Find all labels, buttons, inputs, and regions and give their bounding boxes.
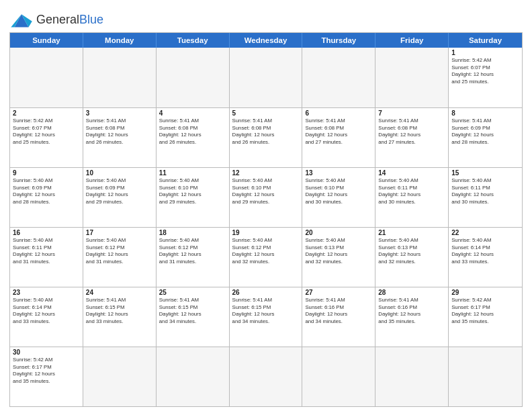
calendar-header-row: SundayMondayTuesdayWednesdayThursdayFrid…: [10, 33, 522, 48]
day-info: Sunrise: 5:41 AMSunset: 6:08 PMDaylight:…: [232, 118, 300, 146]
day-number: 30: [13, 349, 80, 356]
day-info: Sunrise: 5:41 AMSunset: 6:08 PMDaylight:…: [305, 118, 372, 146]
cal-cell-16: 16Sunrise: 5:40 AMSunset: 6:11 PMDayligh…: [10, 228, 83, 287]
day-info: Sunrise: 5:41 AMSunset: 6:08 PMDaylight:…: [378, 118, 445, 146]
page: GeneralBlue SundayMondayTuesdayWednesday…: [0, 0, 532, 411]
day-number: 7: [378, 109, 445, 117]
cal-cell-empty-5-2: [157, 347, 230, 406]
day-number: 15: [451, 169, 519, 177]
week-row-4: 23Sunrise: 5:40 AMSunset: 6:14 PMDayligh…: [10, 287, 522, 347]
cal-cell-2: 2Sunrise: 5:42 AMSunset: 6:07 PMDaylight…: [10, 108, 83, 167]
day-number: 4: [159, 109, 226, 117]
day-number: 2: [13, 109, 80, 117]
day-number: 10: [86, 169, 153, 177]
cal-cell-19: 19Sunrise: 5:40 AMSunset: 6:12 PMDayligh…: [230, 228, 303, 287]
day-number: 23: [13, 289, 80, 296]
day-info: Sunrise: 5:41 AMSunset: 6:09 PMDaylight:…: [451, 118, 519, 146]
cal-cell-11: 11Sunrise: 5:40 AMSunset: 6:10 PMDayligh…: [157, 168, 230, 227]
week-row-0: 1Sunrise: 5:42 AMSunset: 6:07 PMDaylight…: [10, 48, 522, 107]
day-info: Sunrise: 5:40 AMSunset: 6:10 PMDaylight:…: [159, 177, 226, 205]
cal-cell-22: 22Sunrise: 5:40 AMSunset: 6:14 PMDayligh…: [449, 228, 522, 287]
calendar: SundayMondayTuesdayWednesdayThursdayFrid…: [9, 32, 523, 407]
logo-icon: [9, 11, 34, 30]
cal-cell-20: 20Sunrise: 5:40 AMSunset: 6:13 PMDayligh…: [302, 228, 375, 287]
cal-cell-empty-0-1: [83, 48, 157, 107]
day-number: 16: [13, 229, 80, 236]
day-info: Sunrise: 5:41 AMSunset: 6:08 PMDaylight:…: [159, 118, 226, 146]
cal-cell-4: 4Sunrise: 5:41 AMSunset: 6:08 PMDaylight…: [157, 108, 230, 167]
cal-cell-empty-5-3: [230, 347, 303, 406]
cal-cell-5: 5Sunrise: 5:41 AMSunset: 6:08 PMDaylight…: [230, 108, 303, 167]
day-info: Sunrise: 5:40 AMSunset: 6:14 PMDaylight:…: [451, 237, 519, 265]
cal-cell-26: 26Sunrise: 5:41 AMSunset: 6:15 PMDayligh…: [230, 287, 303, 347]
cal-cell-empty-5-6: [449, 347, 522, 406]
day-info: Sunrise: 5:42 AMSunset: 6:17 PMDaylight:…: [13, 357, 80, 385]
cal-cell-empty-0-5: [375, 48, 449, 107]
day-number: 27: [305, 289, 372, 296]
day-info: Sunrise: 5:40 AMSunset: 6:12 PMDaylight:…: [86, 237, 153, 265]
cal-cell-empty-5-5: [375, 347, 449, 406]
day-number: 13: [305, 169, 372, 177]
day-number: 29: [451, 289, 519, 296]
day-info: Sunrise: 5:40 AMSunset: 6:13 PMDaylight:…: [378, 237, 445, 265]
header-cell-wednesday: Wednesday: [230, 33, 303, 48]
day-number: 8: [451, 109, 519, 117]
day-info: Sunrise: 5:41 AMSunset: 6:15 PMDaylight:…: [86, 297, 153, 325]
cal-cell-23: 23Sunrise: 5:40 AMSunset: 6:14 PMDayligh…: [10, 287, 83, 347]
cal-cell-6: 6Sunrise: 5:41 AMSunset: 6:08 PMDaylight…: [302, 108, 375, 167]
day-info: Sunrise: 5:40 AMSunset: 6:14 PMDaylight:…: [13, 297, 80, 325]
cal-cell-10: 10Sunrise: 5:40 AMSunset: 6:09 PMDayligh…: [83, 168, 157, 227]
day-info: Sunrise: 5:40 AMSunset: 6:10 PMDaylight:…: [305, 177, 372, 205]
cal-cell-18: 18Sunrise: 5:40 AMSunset: 6:12 PMDayligh…: [157, 228, 230, 287]
day-number: 26: [232, 289, 300, 296]
day-number: 25: [159, 289, 226, 296]
day-info: Sunrise: 5:40 AMSunset: 6:12 PMDaylight:…: [159, 237, 226, 265]
header-cell-sunday: Sunday: [10, 33, 83, 48]
header-cell-tuesday: Tuesday: [157, 33, 230, 48]
cal-cell-8: 8Sunrise: 5:41 AMSunset: 6:09 PMDaylight…: [449, 108, 522, 167]
day-info: Sunrise: 5:40 AMSunset: 6:13 PMDaylight:…: [305, 237, 372, 265]
cal-cell-1: 1Sunrise: 5:42 AMSunset: 6:07 PMDaylight…: [449, 48, 522, 107]
cal-cell-27: 27Sunrise: 5:41 AMSunset: 6:16 PMDayligh…: [302, 287, 375, 347]
day-info: Sunrise: 5:41 AMSunset: 6:16 PMDaylight:…: [378, 297, 445, 325]
week-row-3: 16Sunrise: 5:40 AMSunset: 6:11 PMDayligh…: [10, 227, 522, 287]
day-number: 22: [451, 229, 519, 236]
cal-cell-12: 12Sunrise: 5:40 AMSunset: 6:10 PMDayligh…: [230, 168, 303, 227]
cal-cell-25: 25Sunrise: 5:41 AMSunset: 6:15 PMDayligh…: [157, 287, 230, 347]
week-row-5: 30Sunrise: 5:42 AMSunset: 6:17 PMDayligh…: [10, 347, 522, 406]
cal-cell-empty-0-2: [157, 48, 230, 107]
cal-cell-3: 3Sunrise: 5:41 AMSunset: 6:08 PMDaylight…: [83, 108, 157, 167]
cal-cell-24: 24Sunrise: 5:41 AMSunset: 6:15 PMDayligh…: [83, 287, 157, 347]
header-cell-monday: Monday: [83, 33, 157, 48]
logo-text: GeneralBlue: [36, 13, 103, 27]
day-info: Sunrise: 5:40 AMSunset: 6:09 PMDaylight:…: [86, 177, 153, 205]
header-cell-friday: Friday: [375, 33, 449, 48]
cal-cell-empty-5-1: [83, 347, 157, 406]
day-number: 19: [232, 229, 300, 236]
header-cell-saturday: Saturday: [449, 33, 522, 48]
day-number: 6: [305, 109, 372, 117]
day-number: 20: [305, 229, 372, 236]
week-row-1: 2Sunrise: 5:42 AMSunset: 6:07 PMDaylight…: [10, 107, 522, 167]
day-number: 21: [378, 229, 445, 236]
cal-cell-15: 15Sunrise: 5:40 AMSunset: 6:11 PMDayligh…: [449, 168, 522, 227]
cal-cell-29: 29Sunrise: 5:42 AMSunset: 6:17 PMDayligh…: [449, 287, 522, 347]
day-info: Sunrise: 5:41 AMSunset: 6:08 PMDaylight:…: [86, 118, 153, 146]
day-info: Sunrise: 5:42 AMSunset: 6:07 PMDaylight:…: [451, 57, 519, 85]
logo: GeneralBlue: [9, 11, 103, 30]
cal-cell-empty-0-4: [302, 48, 375, 107]
day-info: Sunrise: 5:40 AMSunset: 6:11 PMDaylight:…: [378, 177, 445, 205]
day-info: Sunrise: 5:40 AMSunset: 6:09 PMDaylight:…: [13, 177, 80, 205]
cal-cell-9: 9Sunrise: 5:40 AMSunset: 6:09 PMDaylight…: [10, 168, 83, 227]
day-number: 24: [86, 289, 153, 296]
cal-cell-14: 14Sunrise: 5:40 AMSunset: 6:11 PMDayligh…: [375, 168, 449, 227]
day-number: 5: [232, 109, 300, 117]
day-info: Sunrise: 5:41 AMSunset: 6:16 PMDaylight:…: [305, 297, 372, 325]
header-cell-thursday: Thursday: [302, 33, 375, 48]
day-number: 9: [13, 169, 80, 177]
header: GeneralBlue: [9, 7, 523, 30]
day-info: Sunrise: 5:42 AMSunset: 6:07 PMDaylight:…: [13, 118, 80, 146]
day-info: Sunrise: 5:42 AMSunset: 6:17 PMDaylight:…: [451, 297, 519, 325]
day-info: Sunrise: 5:40 AMSunset: 6:11 PMDaylight:…: [451, 177, 519, 205]
calendar-body: 1Sunrise: 5:42 AMSunset: 6:07 PMDaylight…: [10, 48, 522, 406]
